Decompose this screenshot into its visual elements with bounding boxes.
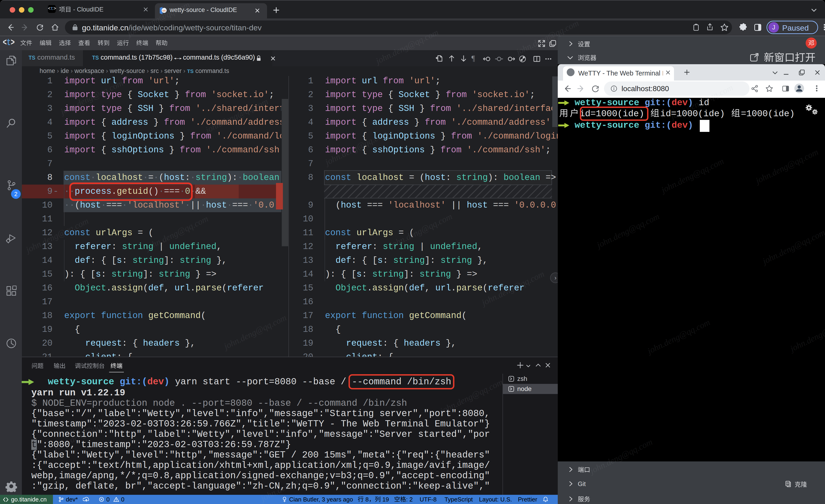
svg-text:us: us bbox=[162, 9, 166, 12]
